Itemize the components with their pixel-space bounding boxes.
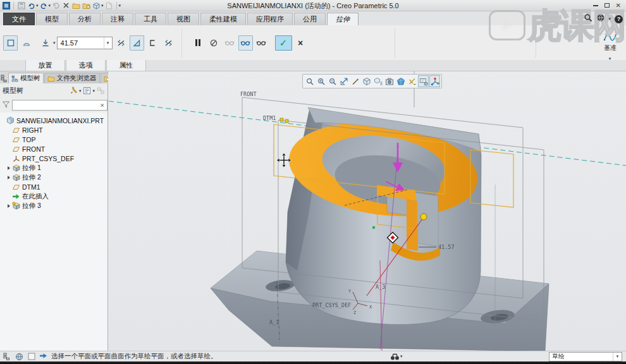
csys-label[interactable]: PRT_CSYS_DEF xyxy=(312,302,351,308)
tree-filter-input[interactable] xyxy=(13,102,98,109)
no-preview-button[interactable] xyxy=(207,35,221,51)
tab-properties[interactable]: 属性 xyxy=(106,60,146,71)
undo-icon[interactable] xyxy=(27,1,36,10)
solid-type-button[interactable] xyxy=(3,35,18,51)
open-folder-icon[interactable] xyxy=(71,1,81,10)
verify-on-button[interactable] xyxy=(238,35,253,51)
refit-icon[interactable] xyxy=(338,75,349,87)
front-plane-label[interactable]: FRONT xyxy=(240,91,257,97)
tree-item[interactable]: TOP xyxy=(0,135,107,144)
tree-settings-icon[interactable] xyxy=(70,87,78,95)
saved-views-icon[interactable] xyxy=(361,75,372,87)
cylinder-body[interactable] xyxy=(283,107,483,324)
annotation-display-icon[interactable] xyxy=(418,75,429,87)
close-window-icon[interactable] xyxy=(61,1,71,10)
tree-item-label[interactable]: 拉伸 2 xyxy=(22,173,41,182)
view-cube-icon[interactable] xyxy=(92,1,101,10)
tree-item[interactable]: FRONT xyxy=(0,144,107,154)
zoom-in-icon[interactable] xyxy=(316,75,326,87)
expand-caret-icon[interactable] xyxy=(6,176,11,179)
search-icon[interactable] xyxy=(584,13,592,25)
ribbon-tab[interactable]: 模型 xyxy=(36,13,68,25)
zoom-region-icon[interactable] xyxy=(304,75,315,87)
tree-item[interactable]: DTM1 xyxy=(0,182,107,191)
tree-item-label[interactable]: 拉伸 1 xyxy=(22,164,41,173)
datum-dropdown-icon[interactable]: ▾ xyxy=(609,56,611,61)
tree-item[interactable]: SANWEIJIANMOLIANXI.PRT xyxy=(0,116,107,125)
selection-filter-value[interactable]: 草绘 xyxy=(549,352,613,361)
qat-customize-icon[interactable]: ▾ xyxy=(119,3,121,8)
expand-caret-icon[interactable] xyxy=(6,166,11,170)
tree-filters-icon[interactable] xyxy=(83,87,91,95)
capture-icon[interactable] xyxy=(384,75,395,87)
find-dropdown-icon[interactable]: ▾ xyxy=(400,354,403,359)
depth-option-button[interactable] xyxy=(38,35,52,51)
undo-dropdown-icon[interactable]: ▾ xyxy=(36,3,39,8)
ribbon-tab[interactable]: 公用 xyxy=(294,13,326,25)
open-recent-icon[interactable] xyxy=(82,1,91,10)
tree-item[interactable]: 拉伸 2 xyxy=(0,173,107,182)
view-manager-icon[interactable] xyxy=(372,75,383,87)
community-globe-icon[interactable] xyxy=(596,13,605,25)
surface-type-button[interactable] xyxy=(19,35,34,51)
datum-button-label[interactable]: 基准 xyxy=(604,44,617,52)
ribbon-tab[interactable]: 拉伸 xyxy=(327,13,359,25)
tree-settings-dropdown-icon[interactable]: ▾ xyxy=(79,88,82,94)
graphics-area[interactable]: FRONT DTM1 PRT_CSYS_DEF A_1 A_3 41.57 Y … xyxy=(108,71,626,351)
help-icon[interactable]: ? xyxy=(615,15,623,23)
flip-material-side-button[interactable] xyxy=(161,35,176,51)
expand-caret-icon[interactable] xyxy=(6,204,11,208)
navigator-toggle-icon[interactable] xyxy=(1,352,11,361)
depth-drag-handle[interactable] xyxy=(420,214,427,220)
tab-folder-browser[interactable]: 文件夹浏览器 xyxy=(44,73,100,83)
preview-glasses-button[interactable] xyxy=(254,35,269,51)
redo-icon[interactable] xyxy=(39,1,49,10)
close-icon[interactable]: ✕ xyxy=(616,3,621,8)
depth-dimension-value[interactable]: 41.57 xyxy=(438,244,455,250)
clear-filter-icon[interactable]: ✕ xyxy=(98,102,107,109)
cancel-button[interactable]: × xyxy=(293,35,308,51)
axis-a1-label[interactable]: A_1 xyxy=(269,319,279,325)
tree-item[interactable]: 拉伸 3 xyxy=(0,201,107,210)
tree-item-label[interactable]: RIGHT xyxy=(22,126,43,134)
spin-center-icon[interactable] xyxy=(429,75,440,87)
community-dropdown-icon[interactable]: ▾ xyxy=(608,16,611,21)
tree-item-label[interactable]: DTM1 xyxy=(22,183,40,191)
tree-item-label[interactable]: PRT_CSYS_DEF xyxy=(22,155,74,162)
dtm1-label[interactable]: DTM1 xyxy=(263,115,276,121)
ribbon-tab[interactable]: 工具 xyxy=(135,13,166,25)
ok-button[interactable]: ✓ xyxy=(275,35,292,51)
web-browser-icon[interactable] xyxy=(14,352,24,361)
tree-item-label[interactable]: FRONT xyxy=(22,145,45,153)
ribbon-tab[interactable]: 视图 xyxy=(168,13,199,25)
pause-button[interactable] xyxy=(191,35,206,51)
redo-dropdown-icon[interactable]: ▾ xyxy=(49,3,51,8)
navigator-mini-icon[interactable] xyxy=(1,73,7,85)
tree-item-label[interactable]: 拉伸 3 xyxy=(22,202,41,210)
tree-item-label[interactable]: SANWEIJIANMOLIANXI.PRT xyxy=(16,117,104,124)
tree-item[interactable]: 在此插入 xyxy=(0,191,107,201)
find-group[interactable]: ▾ xyxy=(390,353,403,361)
ribbon-tab[interactable]: 应用程序 xyxy=(247,13,293,25)
find-binoculars-icon[interactable] xyxy=(390,353,400,361)
tab-options[interactable]: 选项 xyxy=(66,60,106,71)
depth-value[interactable]: 41.57 xyxy=(58,39,104,47)
axis-a3-label[interactable]: A_3 xyxy=(376,284,385,290)
tree-item[interactable]: 拉伸 1 xyxy=(0,163,107,173)
filter-funnel-icon[interactable] xyxy=(2,100,10,111)
ribbon-tab[interactable]: 文件 xyxy=(3,13,35,25)
tree-filters-dropdown-icon[interactable]: ▾ xyxy=(92,88,95,94)
tree-item-label[interactable]: TOP xyxy=(22,136,35,143)
datum-display-icon[interactable] xyxy=(407,75,417,87)
tab-placement[interactable]: 放置 xyxy=(25,60,65,71)
thicken-sketch-button[interactable] xyxy=(145,35,160,51)
save-icon[interactable] xyxy=(16,1,26,10)
tree-item-label[interactable]: 在此插入 xyxy=(22,192,49,201)
app-icon[interactable] xyxy=(1,1,11,10)
datum-group[interactable]: 基准 ▾ xyxy=(598,32,622,61)
zoom-out-icon[interactable] xyxy=(327,75,338,87)
remove-material-button[interactable] xyxy=(130,35,144,51)
flip-direction-button[interactable] xyxy=(114,35,128,51)
minimize-icon[interactable] xyxy=(593,5,598,6)
ribbon-tab[interactable]: 柔性建模 xyxy=(200,13,246,25)
